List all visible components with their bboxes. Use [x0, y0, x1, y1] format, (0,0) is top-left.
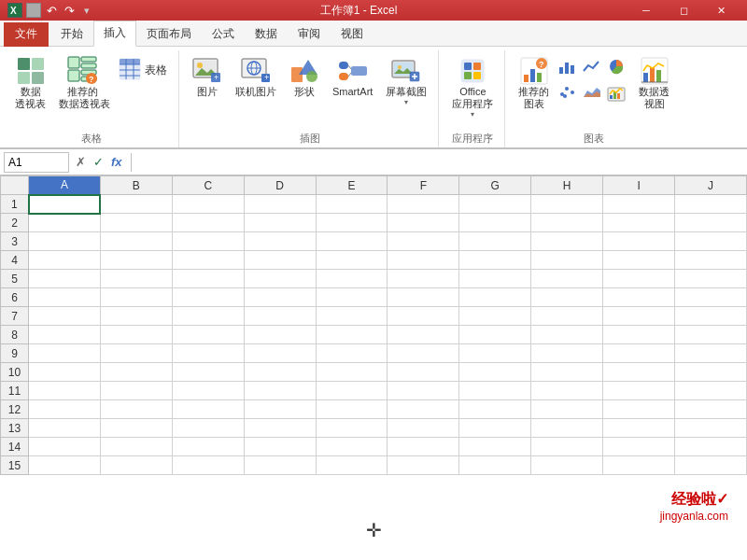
cell-I13[interactable] — [603, 419, 675, 438]
cell-H8[interactable] — [531, 326, 603, 344]
cell-C14[interactable] — [172, 438, 244, 456]
col-header-f[interactable]: F — [388, 176, 459, 195]
scatter-chart-button[interactable] — [557, 81, 579, 105]
row-header-12[interactable]: 12 — [1, 400, 29, 419]
cell-D15[interactable] — [244, 456, 316, 475]
cell-D5[interactable] — [244, 270, 316, 288]
cell-F13[interactable] — [388, 419, 459, 438]
cell-G6[interactable] — [459, 288, 531, 307]
cell-B10[interactable] — [100, 363, 172, 382]
cell-E1[interactable] — [316, 195, 388, 214]
cell-E11[interactable] — [316, 382, 388, 400]
cell-D10[interactable] — [244, 363, 316, 382]
col-header-c[interactable]: C — [172, 176, 244, 195]
undo-button[interactable]: ↶ — [45, 4, 59, 18]
cell-I10[interactable] — [603, 363, 675, 382]
pivot-table-button[interactable]: 数据透视表 — [11, 54, 49, 112]
cell-G4[interactable] — [459, 251, 531, 270]
formula-confirm-button[interactable]: ✓ — [91, 155, 106, 169]
col-header-a[interactable]: A — [29, 176, 101, 195]
cell-B9[interactable] — [100, 344, 172, 363]
cell-D14[interactable] — [244, 438, 316, 456]
cell-C7[interactable] — [172, 307, 244, 326]
col-header-i[interactable]: I — [603, 176, 675, 195]
tab-insert[interactable]: 插入 — [93, 21, 136, 47]
row-header-11[interactable]: 11 — [1, 382, 29, 400]
area-chart-button[interactable] — [581, 81, 603, 105]
cell-G9[interactable] — [459, 344, 531, 363]
cell-C5[interactable] — [172, 270, 244, 288]
cell-A1[interactable] — [29, 195, 101, 214]
cell-I8[interactable] — [603, 326, 675, 344]
cell-E4[interactable] — [316, 251, 388, 270]
line-chart-button[interactable] — [581, 56, 603, 79]
cell-F7[interactable] — [388, 307, 459, 326]
formula-function-button[interactable]: fx — [108, 155, 125, 169]
cell-J10[interactable] — [675, 363, 747, 382]
cell-B7[interactable] — [100, 307, 172, 326]
cell-C6[interactable] — [172, 288, 244, 307]
bar-chart-button[interactable] — [557, 56, 579, 79]
screenshot-button[interactable]: 屏幕截图 ▾ — [382, 54, 430, 108]
cell-I14[interactable] — [603, 438, 675, 456]
cell-C10[interactable] — [172, 363, 244, 382]
cell-C8[interactable] — [172, 326, 244, 344]
cell-C11[interactable] — [172, 382, 244, 400]
cell-J6[interactable] — [675, 288, 747, 307]
cell-F3[interactable] — [388, 232, 459, 251]
cell-A14[interactable] — [29, 438, 101, 456]
row-header-2[interactable]: 2 — [1, 214, 29, 232]
cell-I9[interactable] — [603, 344, 675, 363]
cell-C3[interactable] — [172, 232, 244, 251]
cell-E14[interactable] — [316, 438, 388, 456]
cell-A5[interactable] — [29, 270, 101, 288]
row-header-14[interactable]: 14 — [1, 438, 29, 456]
pictures-button[interactable]: + 图片 — [189, 54, 226, 100]
cell-I15[interactable] — [603, 456, 675, 475]
cell-J12[interactable] — [675, 400, 747, 419]
more-charts-button[interactable] — [605, 81, 627, 105]
row-header-6[interactable]: 6 — [1, 288, 29, 307]
recommend-charts-button[interactable]: ? 推荐的图表 — [514, 54, 553, 112]
cell-D8[interactable] — [244, 326, 316, 344]
cell-F1[interactable] — [388, 195, 459, 214]
cell-G8[interactable] — [459, 326, 531, 344]
cell-B8[interactable] — [100, 326, 172, 344]
cell-G12[interactable] — [459, 400, 531, 419]
cell-G7[interactable] — [459, 307, 531, 326]
recommend-pivot-button[interactable]: ? 推荐的数据透视表 — [55, 54, 109, 112]
row-header-4[interactable]: 4 — [1, 251, 29, 270]
cell-H10[interactable] — [531, 363, 603, 382]
tab-file[interactable]: 文件 — [4, 22, 49, 47]
cell-E3[interactable] — [316, 232, 388, 251]
cell-B4[interactable] — [100, 251, 172, 270]
cell-F10[interactable] — [388, 363, 459, 382]
cell-A7[interactable] — [29, 307, 101, 326]
cell-H6[interactable] — [531, 288, 603, 307]
cell-E2[interactable] — [316, 214, 388, 232]
cell-D13[interactable] — [244, 419, 316, 438]
cell-I12[interactable] — [603, 400, 675, 419]
minimize-button[interactable]: ─ — [627, 0, 665, 21]
cell-E6[interactable] — [316, 288, 388, 307]
cell-H11[interactable] — [531, 382, 603, 400]
smartart-button[interactable]: SmartArt — [329, 54, 376, 100]
cell-I5[interactable] — [603, 270, 675, 288]
cell-D1[interactable] — [244, 195, 316, 214]
cell-J7[interactable] — [675, 307, 747, 326]
cell-B11[interactable] — [100, 382, 172, 400]
cell-A9[interactable] — [29, 344, 101, 363]
cell-A11[interactable] — [29, 382, 101, 400]
restore-button[interactable]: ◻ — [665, 0, 702, 21]
cell-F5[interactable] — [388, 270, 459, 288]
cell-H7[interactable] — [531, 307, 603, 326]
cell-I4[interactable] — [603, 251, 675, 270]
cell-E5[interactable] — [316, 270, 388, 288]
row-header-1[interactable]: 1 — [1, 195, 29, 214]
cell-H5[interactable] — [531, 270, 603, 288]
cell-F12[interactable] — [388, 400, 459, 419]
tab-home[interactable]: 开始 — [50, 21, 93, 47]
office-apps-button[interactable]: Office应用程序 ▾ — [448, 54, 497, 120]
cell-G2[interactable] — [459, 214, 531, 232]
cell-J8[interactable] — [675, 326, 747, 344]
